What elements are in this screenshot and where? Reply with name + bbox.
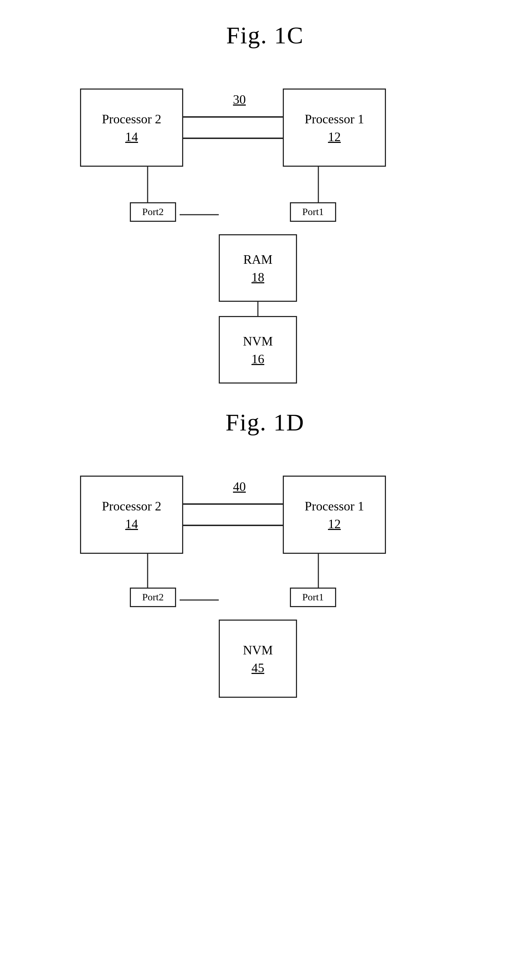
fig1d-nvm-label: NVM [243,642,273,659]
fig1d-port1-label: Port1 [302,591,324,604]
fig1c-bus-label: 30 [233,92,246,107]
fig1d-processor1-num: 12 [328,517,341,531]
fig1c-nvm-box: NVM 16 [219,316,297,383]
fig1d-processor2-box: Processor 2 14 [80,476,183,554]
fig1c-section: Fig. 1C [0,14,530,401]
fig1c-ram-label: RAM [243,251,273,268]
fig1c-processor1-box: Processor 1 12 [283,89,386,167]
fig1d-processor1-label: Processor 1 [305,498,364,515]
fig1d-port1-box: Port1 [290,587,336,607]
fig1c-port2-label: Port2 [142,205,164,218]
fig1c-ram-num: 18 [251,270,264,285]
fig1d-nvm-box: NVM 45 [219,620,297,698]
fig1c-processor2-box: Processor 2 14 [80,89,183,167]
fig1c-title: Fig. 1C [226,21,304,49]
fig1d-nvm-num: 45 [251,660,264,675]
fig1c-ram-box: RAM 18 [219,234,297,302]
fig1c-processor1-label: Processor 1 [305,111,364,127]
fig1c-nvm-num: 16 [251,352,264,366]
fig1d-processor1-box: Processor 1 12 [283,476,386,554]
fig1d-bus-label: 40 [233,479,246,494]
fig1c-processor1-num: 12 [328,129,341,144]
fig1d-port2-box: Port2 [130,587,176,607]
fig1d-section: Fig. 1D 40 Processor 2 14 [0,401,530,753]
fig1c-port1-box: Port1 [290,202,336,222]
fig1c-port2-box: Port2 [130,202,176,222]
fig1c-port1-label: Port1 [302,205,324,218]
fig1d-processor2-label: Processor 2 [102,498,161,515]
fig1c-processor2-label: Processor 2 [102,111,161,127]
fig1c-diagram: 30 Processor 2 14 Processor 1 12 Port2 P… [69,71,461,373]
fig1d-title: Fig. 1D [225,409,305,436]
fig1c-processor2-num: 14 [125,129,138,144]
fig1d-diagram: 40 Processor 2 14 Processor 1 12 Port2 P… [69,458,461,724]
fig1c-nvm-label: NVM [243,333,273,350]
fig1d-port2-label: Port2 [142,591,164,604]
page: Fig. 1C [0,0,530,980]
fig1d-processor2-num: 14 [125,517,138,531]
